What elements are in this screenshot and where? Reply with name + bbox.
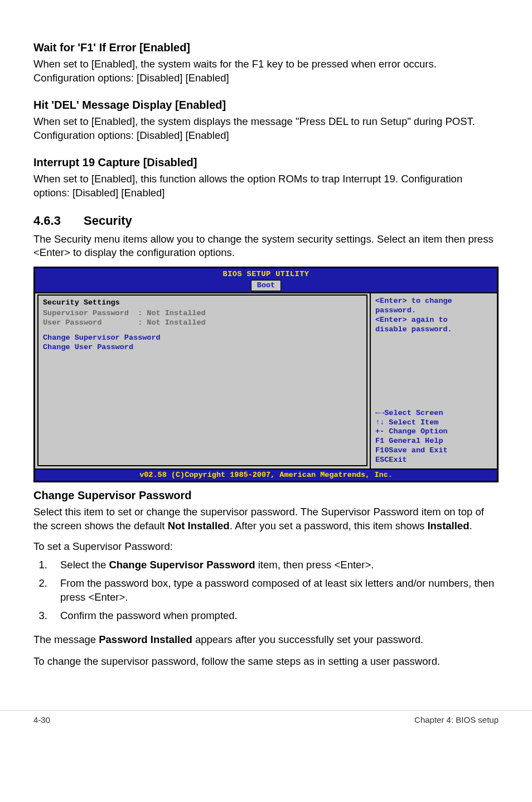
bios-screenshot: BIOS SETUP UTILITY Boot Security Setting…	[33, 267, 499, 482]
text-segment: .	[469, 520, 472, 532]
body-int19: When set to [Enabled], this function all…	[33, 172, 499, 200]
bios-help-line: disable password.	[375, 325, 492, 335]
bios-help-line: <Enter> to change	[375, 297, 492, 306]
body-password-installed: The message Password Installed appears a…	[33, 633, 499, 647]
section-number: 4.6.3	[33, 212, 84, 229]
body-hit-del: When set to [Enabled], the system displa…	[33, 115, 499, 143]
text-segment: item, then press <Enter>.	[255, 559, 374, 571]
heading-security: 4.6.3Security	[33, 212, 499, 229]
bios-change-user[interactable]: Change User Password	[43, 343, 362, 352]
bios-help-line: password.	[375, 306, 492, 316]
bios-nav-line: ↑↓ Select Item	[375, 418, 492, 428]
text-segment: The message	[33, 634, 99, 645]
bios-tab-boot[interactable]: Boot	[251, 280, 281, 291]
bios-nav-line: F10Save and Exit	[375, 446, 492, 456]
body-change-supervisor: Select this item to set or change the su…	[33, 505, 499, 533]
footer-left: 4-30	[33, 715, 50, 724]
body-toset: To set a Supervisor Password:	[33, 540, 499, 554]
bios-footer: v02.58 (C)Copyright 1985-2007, American …	[35, 468, 497, 481]
heading-change-supervisor: Change Supervisor Password	[33, 488, 499, 503]
text-bold: Installed	[427, 520, 469, 532]
text-bold: Not Installed	[168, 520, 230, 532]
bios-tab-row: Boot	[35, 280, 497, 291]
list-item: Confirm the password when prompted.	[50, 609, 499, 623]
steps-list: Select the Change Supervisor Password it…	[33, 558, 499, 623]
text-bold: Change Supervisor Password	[109, 559, 255, 571]
bios-help-line: <Enter> again to	[375, 316, 492, 325]
footer-right: Chapter 4: BIOS setup	[414, 715, 499, 724]
bios-user-status: User Password : Not Installed	[43, 318, 362, 328]
text-bold: Password Installed	[99, 634, 192, 645]
bios-left-panel: Security Settings Supervisor Password : …	[35, 293, 370, 468]
bios-right-panel: <Enter> to change password. <Enter> agai…	[370, 293, 497, 468]
list-item: From the password box, type a password c…	[50, 577, 499, 605]
bios-nav-line: F1 General Help	[375, 437, 492, 446]
body-tochange: To change the supervisor password, follo…	[33, 655, 499, 669]
text-segment: Select the	[60, 559, 109, 571]
page-footer: 4-30 Chapter 4: BIOS setup	[0, 710, 532, 736]
heading-hit-del: Hit 'DEL' Message Display [Enabled]	[33, 98, 499, 113]
list-item: Select the Change Supervisor Password it…	[50, 558, 499, 572]
bios-supervisor-status: Supervisor Password : Not Installed	[43, 309, 362, 318]
heading-wait-f1: Wait for 'F1' If Error [Enabled]	[33, 40, 499, 55]
bios-title: BIOS SETUP UTILITY	[35, 268, 497, 279]
text-segment: appears after you successfully set your …	[192, 634, 423, 645]
text-segment: . After you set a password, this item sh…	[230, 520, 428, 532]
heading-int19: Interrupt 19 Capture [Disabled]	[33, 155, 499, 170]
bios-nav-line: +- Change Option	[375, 427, 492, 437]
bios-nav-line: ESCExit	[375, 456, 492, 465]
bios-change-supervisor[interactable]: Change Supervisor Password	[43, 334, 362, 343]
body-security: The Security menu items allow you to cha…	[33, 233, 499, 260]
bios-section-title: Security Settings	[43, 298, 362, 309]
bios-nav-line: ←→Select Screen	[375, 409, 492, 418]
body-wait-f1: When set to [Enabled], the system waits …	[33, 57, 499, 85]
section-title: Security	[84, 214, 132, 228]
